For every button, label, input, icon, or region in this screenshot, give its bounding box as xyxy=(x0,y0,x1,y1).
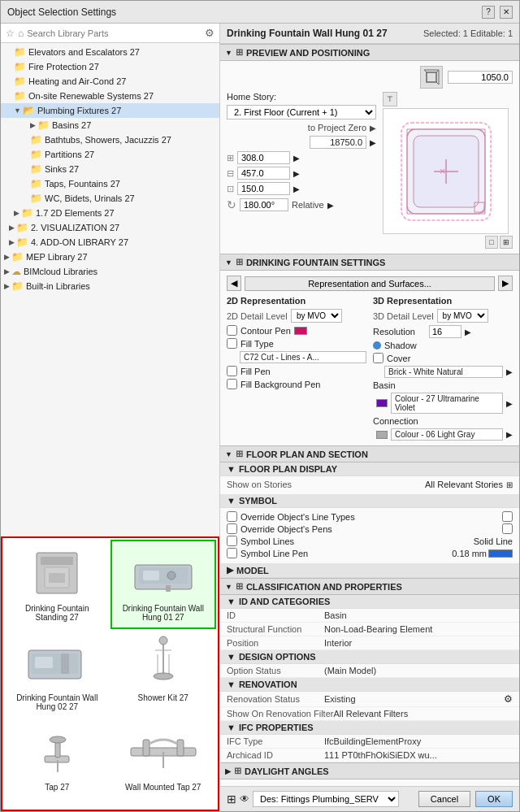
fill-type-check[interactable] xyxy=(227,338,237,349)
rep-surfaces-button[interactable]: Representation and Surfaces... xyxy=(245,276,495,291)
thumb-standing[interactable]: Drinking Fountain Standing 27 xyxy=(4,540,110,629)
res-arrow: ▶ xyxy=(465,328,471,337)
tree-item-plumbing[interactable]: ▼ 📂 Plumbing Fixtures 27 xyxy=(1,103,219,118)
override-pens-check[interactable] xyxy=(227,523,237,534)
tree-item-onsite[interactable]: 📁 On-site Renewable Systems 27 xyxy=(1,89,219,103)
id-label: ID xyxy=(227,610,324,620)
tree-item-addon[interactable]: ▶ 📁 4. ADD-ON LIBRARY 27 xyxy=(1,235,219,250)
fill-pen-check[interactable] xyxy=(227,366,237,376)
drinking-section-header[interactable]: ▼ ⊞ DRINKING FOUNTAIN SETTINGS xyxy=(220,254,519,271)
y-input[interactable] xyxy=(237,167,290,180)
tree-item-builtin[interactable]: ▶ 📁 Built-in Libraries xyxy=(1,279,219,293)
classification-section-header[interactable]: ▼ ⊞ CLASSIFICATION AND PROPERTIES xyxy=(220,578,519,595)
thumb-shower-label: Shower Kit 27 xyxy=(138,693,188,702)
id-value: Basin xyxy=(324,610,347,620)
contour-pen-check[interactable] xyxy=(227,325,237,336)
symbol-lines-check[interactable] xyxy=(227,536,237,546)
thumb-walltap[interactable]: Wall Mounted Tap 27 xyxy=(110,719,217,808)
svg-rect-11 xyxy=(35,657,53,668)
position-row: Position Interior xyxy=(220,636,519,650)
tree-item-2d[interactable]: ▶ 📁 1.7 2D Elements 27 xyxy=(1,206,219,220)
x-arrow: ▶ xyxy=(293,154,300,163)
view-icon1[interactable]: □ xyxy=(485,236,498,249)
window-title: Object Selection Settings xyxy=(7,7,116,18)
tree-item-bimcloud[interactable]: ▶ ☁ BIMcloud Libraries xyxy=(1,264,219,279)
tree-item-heating[interactable]: 📁 Heating and Air-Cond 27 xyxy=(1,74,219,89)
daylight-section-header[interactable]: ▶ ⊞ DAYLIGHT ANGLES xyxy=(220,762,519,779)
view-icon2[interactable]: ⊞ xyxy=(500,236,513,249)
renovation-settings-icon[interactable]: ⚙ xyxy=(504,693,513,705)
rp-content[interactable]: ▼ ⊞ PREVIEW AND POSITIONING xyxy=(220,44,519,786)
3d-detail-select[interactable]: by MVO xyxy=(437,309,488,323)
position-value: Interior xyxy=(324,638,352,648)
3d-label: 3D Representation xyxy=(373,296,513,306)
symbol-body: Override Object's Line Types Override Ob… xyxy=(220,508,519,563)
angle-input[interactable] xyxy=(240,198,288,211)
preview-section-header[interactable]: ▼ ⊞ PREVIEW AND POSITIONING xyxy=(220,44,519,61)
tree-item-sinks[interactable]: 📁 Sinks 27 xyxy=(1,162,219,176)
thumb-wall2[interactable]: Drinking Fountain Wall Hung 02 27 xyxy=(4,629,110,719)
floorplan-section-header[interactable]: ▼ ⊞ FLOOR PLAN AND SECTION xyxy=(220,445,519,462)
resolution-input[interactable] xyxy=(429,325,462,338)
option-status-value[interactable]: (Main Model) xyxy=(324,666,376,675)
id-collapse: ▼ xyxy=(227,597,236,606)
symbol-line-pen-label: Symbol Line Pen xyxy=(240,549,308,558)
top-dim-input[interactable] xyxy=(448,71,513,84)
folder-icon: 📁 xyxy=(30,134,42,145)
ok-button[interactable]: OK xyxy=(475,791,513,807)
help-button[interactable]: ? xyxy=(482,6,495,19)
ifc-body: IFC Type IfcBuildingElementProxy Archica… xyxy=(220,735,519,762)
tree-item-mep[interactable]: ▶ 📁 MEP Library 27 xyxy=(1,250,219,264)
cancel-button[interactable]: Cancel xyxy=(418,791,470,807)
cover-check[interactable] xyxy=(373,353,384,363)
x-input[interactable] xyxy=(237,151,290,164)
tree-item-fire[interactable]: 📁 Fire Protection 27 xyxy=(1,59,219,74)
z-input[interactable] xyxy=(237,182,290,195)
symbol-header[interactable]: ▼ SYMBOL xyxy=(220,494,519,508)
left-panel: ☆ ⌂ ⚙ 📁 Elevators and Escalators 27 📁 Fi… xyxy=(1,24,220,811)
symbol-line-pen-check[interactable] xyxy=(227,548,237,558)
model-header[interactable]: ▶ MODEL xyxy=(220,563,519,578)
view-top-icon[interactable]: ⊤ xyxy=(383,92,397,106)
position-label: Position xyxy=(227,638,324,648)
thumb-wall2-img xyxy=(20,634,93,691)
tree-area[interactable]: 📁 Elevators and Escalators 27 📁 Fire Pro… xyxy=(1,43,219,536)
y-arrow: ▶ xyxy=(293,169,300,178)
y-icon: ⊟ xyxy=(227,168,234,179)
tree-item-viz[interactable]: ▶ 📁 2. VISUALIZATION 27 xyxy=(1,220,219,235)
prev-button[interactable]: ◀ xyxy=(227,276,241,291)
tree-item-partitions[interactable]: 📁 Partitions 27 xyxy=(1,147,219,162)
tree-item-basins[interactable]: ▶ 📁 Basins 27 xyxy=(1,118,219,132)
fill-bg-pen-check[interactable] xyxy=(227,379,237,389)
tree-item-bathtubs[interactable]: 📁 Bathtubs, Showers, Jacuzzis 27 xyxy=(1,132,219,147)
renovation-status-label: Renovation Status xyxy=(227,694,324,704)
settings-icon[interactable]: ⚙ xyxy=(205,27,214,39)
thumb-tap[interactable]: Tap 27 xyxy=(4,719,110,808)
expand-arrow: ▶ xyxy=(9,238,15,246)
search-input[interactable] xyxy=(27,28,202,38)
3d-detail-label: 3D Detail Level xyxy=(373,311,434,321)
next-button[interactable]: ▶ xyxy=(498,276,513,291)
tree-item-wc[interactable]: 📁 WC, Bidets, Urinals 27 xyxy=(1,191,219,206)
renovation-header[interactable]: ▼ RENOVATION xyxy=(220,678,519,692)
thumb-wall1[interactable]: Drinking Fountain Wall Hung 01 27 xyxy=(110,540,217,629)
override-pens-check2[interactable] xyxy=(502,523,513,534)
tree-item-elevators[interactable]: 📁 Elevators and Escalators 27 xyxy=(1,45,219,59)
tree-item-label: Partitions 27 xyxy=(45,150,94,159)
dest-select[interactable]: Des: Fittings Plumbing_SERV xyxy=(253,791,399,807)
thumb-shower[interactable]: Shower Kit 27 xyxy=(110,629,217,719)
home-story-select[interactable]: 2. First Floor (Current + 1) xyxy=(227,105,376,119)
design-header[interactable]: ▼ DESIGN OPTIONS xyxy=(220,650,519,664)
collapse-arrow: ▼ xyxy=(225,583,232,591)
id-categories-header[interactable]: ▼ ID AND CATEGORIES xyxy=(220,595,519,609)
close-button[interactable]: ✕ xyxy=(500,6,513,19)
tree-item-label: 2. VISUALIZATION 27 xyxy=(31,223,119,232)
fp-display-header[interactable]: ▼ FLOOR PLAN DISPLAY xyxy=(220,462,519,476)
tree-item-label: WC, Bidets, Urinals 27 xyxy=(45,193,135,203)
override-line-check2[interactable] xyxy=(502,511,513,522)
tree-item-taps[interactable]: 📁 Taps, Fountains 27 xyxy=(1,176,219,191)
override-line-check[interactable] xyxy=(227,511,237,522)
2d-detail-select[interactable]: by MVO xyxy=(291,309,342,323)
ifc-header[interactable]: ▼ IFC PROPERTIES xyxy=(220,721,519,735)
thumb-tap-label: Tap 27 xyxy=(45,783,69,792)
